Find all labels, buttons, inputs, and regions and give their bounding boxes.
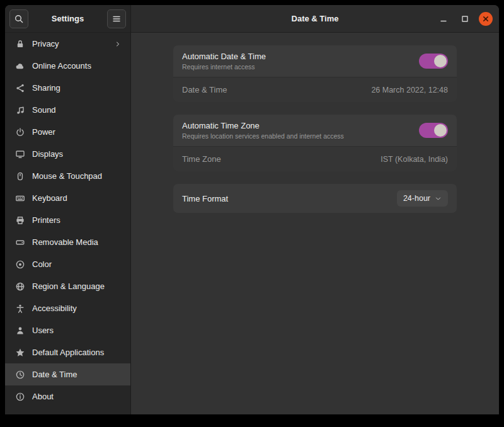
chevron-right-icon	[113, 39, 123, 49]
auto-timezone-subtitle: Requires location services enabled and i…	[182, 132, 411, 140]
sidebar: PrivacyOnline AccountsSharingSoundPowerD…	[5, 33, 131, 414]
power-icon	[15, 127, 25, 137]
search-icon	[14, 14, 24, 24]
maximize-icon	[460, 14, 470, 24]
sidebar-title: Settings	[28, 14, 107, 23]
sidebar-item-displays[interactable]: Displays	[5, 143, 130, 165]
maximize-button[interactable]	[457, 11, 472, 26]
auto-timezone-title: Automatic Time Zone	[182, 121, 411, 130]
menu-button[interactable]	[107, 9, 126, 28]
clock-icon	[15, 370, 25, 380]
sidebar-item-label: Sharing	[32, 83, 60, 93]
color-icon	[15, 259, 25, 270]
sidebar-item-label: Printers	[32, 215, 60, 225]
mouse-icon	[15, 171, 25, 181]
sidebar-item-label: Default Applications	[32, 348, 104, 357]
sidebar-item-sound[interactable]: Sound	[5, 99, 130, 121]
sidebar-item-default-applications[interactable]: Default Applications	[5, 341, 130, 363]
info-icon	[15, 392, 25, 402]
close-icon	[481, 14, 491, 24]
page-title: Date & Time	[292, 14, 339, 23]
accessibility-icon	[15, 304, 25, 314]
auto-datetime-text: Automatic Date & Time Requires internet …	[182, 52, 411, 71]
sidebar-item-sharing[interactable]: Sharing	[5, 77, 130, 99]
sidebar-item-label: About	[32, 392, 54, 401]
menu-icon	[112, 14, 122, 24]
auto-timezone-text: Automatic Time Zone Requires location se…	[182, 121, 411, 140]
sidebar-item-mouse-touchpad[interactable]: Mouse & Touchpad	[5, 165, 130, 187]
sidebar-item-keyboard[interactable]: Keyboard	[5, 187, 130, 209]
time-format-label: Time Format	[182, 194, 397, 203]
sidebar-item-label: Accessibility	[32, 304, 77, 313]
sidebar-item-privacy[interactable]: Privacy	[5, 33, 130, 55]
sidebar-item-color[interactable]: Color	[5, 253, 130, 275]
sidebar-item-label: Displays	[32, 149, 63, 159]
sidebar-item-label: Online Accounts	[32, 61, 91, 71]
timezone-value-row: Time Zone IST (Kolkata, India)	[173, 146, 457, 171]
time-format-row: Time Format 24-hour	[173, 184, 457, 213]
sidebar-item-region-language[interactable]: Region & Language	[5, 275, 130, 297]
sidebar-item-accessibility[interactable]: Accessibility	[5, 297, 130, 319]
settings-window: Settings Date & Time PrivacyOnline Accou…	[5, 5, 499, 414]
timezone-row-label: Time Zone	[182, 154, 381, 164]
main-header: Date & Time	[131, 5, 499, 33]
lock-icon	[15, 39, 25, 49]
sidebar-header: Settings	[5, 5, 131, 33]
sidebar-item-online-accounts[interactable]: Online Accounts	[5, 55, 130, 77]
sidebar-item-label: Mouse & Touchpad	[32, 171, 102, 181]
minimize-button[interactable]	[436, 11, 451, 26]
display-icon	[15, 149, 25, 159]
sidebar-item-label: Color	[32, 259, 52, 269]
users-icon	[15, 326, 25, 336]
sidebar-item-removable-media[interactable]: Removable Media	[5, 231, 130, 253]
sidebar-item-label: Removable Media	[32, 237, 98, 247]
datetime-row-label: Date & Time	[182, 85, 371, 94]
auto-timezone-card: Automatic Time Zone Requires location se…	[173, 115, 457, 171]
sidebar-item-about[interactable]: About	[5, 385, 130, 407]
sidebar-item-label: Region & Language	[32, 282, 105, 291]
auto-datetime-row: Automatic Date & Time Requires internet …	[173, 45, 457, 77]
cloud-icon	[15, 61, 25, 71]
auto-datetime-toggle[interactable]	[419, 54, 448, 69]
auto-datetime-title: Automatic Date & Time	[182, 52, 411, 61]
sidebar-item-label: Users	[32, 326, 54, 335]
window-controls	[436, 5, 493, 32]
search-button[interactable]	[9, 9, 28, 28]
share-icon	[15, 83, 25, 93]
star-icon	[15, 348, 25, 358]
sidebar-item-label: Date & Time	[32, 370, 77, 379]
toggle-knob	[434, 124, 447, 137]
chevron-down-icon	[435, 195, 442, 202]
datetime-row-value: 26 March 2022, 12:48	[371, 86, 448, 94]
sound-icon	[15, 105, 25, 115]
sidebar-item-label: Power	[32, 127, 55, 137]
toggle-knob	[434, 55, 447, 67]
auto-timezone-row: Automatic Time Zone Requires location se…	[173, 115, 457, 146]
sidebar-item-label: Keyboard	[32, 193, 67, 203]
keyboard-icon	[15, 193, 25, 203]
time-format-value: 24-hour	[403, 194, 430, 203]
minimize-icon	[438, 14, 449, 24]
auto-datetime-subtitle: Requires internet access	[182, 63, 411, 71]
globe-icon	[15, 282, 25, 292]
sidebar-item-label: Sound	[32, 105, 56, 115]
time-format-dropdown[interactable]: 24-hour	[397, 190, 448, 207]
auto-datetime-card: Automatic Date & Time Requires internet …	[173, 45, 457, 102]
sidebar-item-users[interactable]: Users	[5, 319, 130, 341]
timezone-row-value: IST (Kolkata, India)	[381, 155, 448, 164]
close-button[interactable]	[479, 12, 493, 26]
datetime-value-row: Date & Time 26 March 2022, 12:48	[173, 77, 457, 102]
sidebar-item-printers[interactable]: Printers	[5, 209, 130, 231]
printer-icon	[15, 215, 25, 225]
sidebar-item-power[interactable]: Power	[5, 121, 130, 143]
content-area: Automatic Date & Time Requires internet …	[131, 33, 499, 414]
time-format-card: Time Format 24-hour	[173, 184, 457, 213]
removable-media-icon	[15, 237, 25, 248]
sidebar-item-label: Privacy	[32, 39, 59, 48]
sidebar-item-date-time[interactable]: Date & Time	[5, 363, 130, 385]
auto-timezone-toggle[interactable]	[419, 123, 448, 138]
